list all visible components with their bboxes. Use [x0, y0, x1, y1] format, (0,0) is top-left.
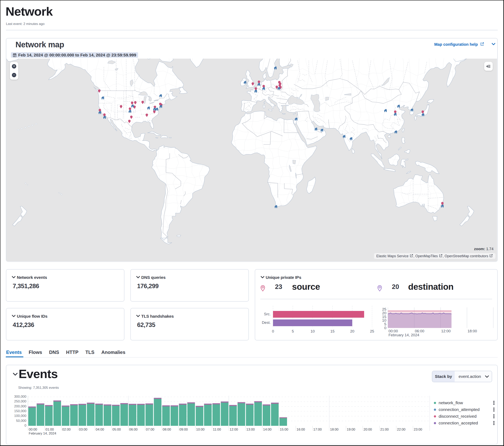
svg-text:5: 5 — [292, 329, 294, 333]
svg-text:February 14, 2024: February 14, 2024 — [389, 333, 419, 337]
svg-text:00:00: 00:00 — [389, 329, 398, 333]
svg-text:15:00: 15:00 — [280, 428, 288, 431]
svg-text:12:00: 12:00 — [441, 329, 451, 333]
svg-text:12:00: 12:00 — [230, 428, 238, 431]
svg-text:22:00: 22:00 — [397, 428, 406, 431]
svg-text:18:00: 18:00 — [468, 329, 477, 333]
svg-text:250,000: 250,000 — [14, 399, 26, 403]
svg-text:19:00: 19:00 — [347, 428, 355, 431]
svg-text:February 14, 2024: February 14, 2024 — [29, 431, 56, 435]
svg-text:25: 25 — [382, 307, 386, 311]
svg-text:0: 0 — [384, 326, 386, 330]
svg-text:13:00: 13:00 — [247, 428, 255, 431]
svg-text:20: 20 — [382, 311, 386, 315]
svg-text:150,000: 150,000 — [14, 409, 26, 413]
svg-text:09:00: 09:00 — [180, 428, 188, 431]
svg-text:06:00: 06:00 — [415, 329, 424, 333]
svg-text:50,000: 50,000 — [16, 419, 26, 423]
svg-text:10: 10 — [382, 318, 386, 322]
svg-text:Dest.: Dest. — [262, 321, 271, 325]
svg-text:18:00: 18:00 — [330, 428, 339, 431]
svg-text:11:00: 11:00 — [213, 428, 221, 431]
svg-text:10: 10 — [310, 329, 315, 333]
svg-text:21:00: 21:00 — [380, 428, 389, 431]
svg-text:0: 0 — [272, 329, 274, 333]
svg-text:15: 15 — [382, 315, 386, 319]
svg-text:23:00: 23:00 — [414, 428, 422, 431]
svg-text:05:00: 05:00 — [112, 428, 121, 431]
svg-text:5: 5 — [384, 322, 386, 326]
svg-text:0: 0 — [25, 424, 26, 427]
svg-text:20:00: 20:00 — [363, 428, 372, 431]
svg-text:300,000: 300,000 — [14, 395, 26, 398]
svg-text:100,000: 100,000 — [14, 414, 26, 418]
svg-text:01:00: 01:00 — [46, 428, 54, 431]
svg-text:03:00: 03:00 — [79, 428, 88, 431]
svg-text:08:00: 08:00 — [163, 428, 171, 431]
svg-text:20: 20 — [350, 329, 354, 333]
svg-text:10:00: 10:00 — [196, 428, 205, 431]
svg-text:06:00: 06:00 — [129, 428, 138, 431]
svg-text:14:00: 14:00 — [263, 428, 272, 431]
svg-text:15: 15 — [330, 329, 334, 333]
svg-text:200,000: 200,000 — [14, 404, 26, 408]
svg-text:Src.: Src. — [264, 312, 271, 316]
svg-text:04:00: 04:00 — [96, 428, 104, 431]
svg-text:00:00: 00:00 — [29, 428, 37, 431]
svg-text:17:00: 17:00 — [313, 428, 322, 431]
svg-text:16:00: 16:00 — [297, 428, 305, 431]
svg-text:07:00: 07:00 — [146, 428, 155, 431]
svg-text:02:00: 02:00 — [62, 428, 71, 431]
